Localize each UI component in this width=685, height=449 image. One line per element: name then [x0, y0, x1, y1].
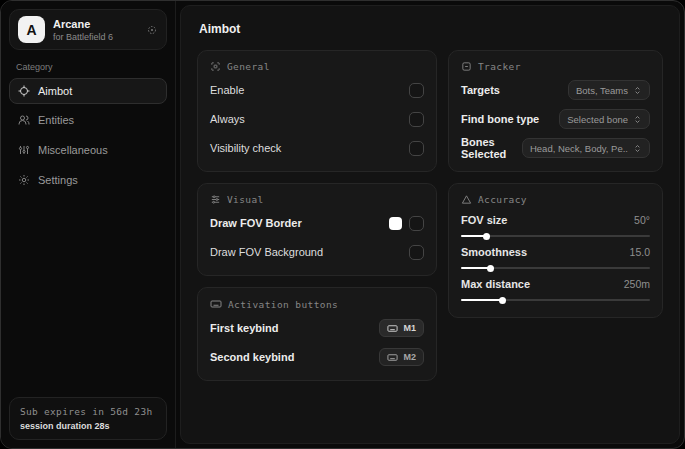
slider-label: Smoothness [461, 246, 527, 258]
setting-row-always: Always [210, 108, 424, 130]
sidebar-item-label: Aimbot [38, 85, 72, 97]
section-title: General [227, 61, 270, 72]
content-columns: General Enable Always Visibility check [197, 50, 663, 392]
max-distance-slider-block: Max distance 250m [461, 278, 650, 301]
app-window: A Arcane for Battlefield 6 Category Aimb… [0, 0, 685, 449]
scan-icon [210, 61, 221, 72]
setting-row-draw-fov-border: Draw FOV Border [210, 212, 424, 234]
sidebar-item-label: Miscellaneous [38, 144, 108, 156]
activation-header: Activation buttons [210, 298, 424, 310]
slider-value: 15.0 [630, 246, 650, 258]
max-distance-slider[interactable] [461, 299, 650, 301]
sidebar-item-aimbot[interactable]: Aimbot [9, 78, 167, 104]
setting-label: Find bone type [461, 113, 539, 125]
tracker-card: Tracker Targets Bots, Teams [448, 50, 663, 172]
setting-row-find-bone-type: Find bone type Selected bone [461, 108, 650, 130]
slider-fill [461, 235, 487, 237]
setting-row-targets: Targets Bots, Teams [461, 79, 650, 101]
dropdown-value: Selected bone [567, 114, 628, 125]
setting-row-enable: Enable [210, 79, 424, 101]
column-left: General Enable Always Visibility check [197, 50, 437, 392]
draw-fov-background-checkbox[interactable] [409, 245, 424, 260]
slider-fill [461, 267, 491, 269]
brand-avatar: A [18, 16, 45, 43]
visibility-check-checkbox[interactable] [409, 141, 424, 156]
setting-label: Targets [461, 84, 500, 96]
users-icon [18, 114, 30, 126]
setting-label: Visibility check [210, 142, 281, 154]
first-keybind-button[interactable]: M1 [379, 319, 424, 337]
draw-fov-border-checkbox[interactable] [409, 216, 424, 231]
sub-expiry-text: Sub expires in 56d 23h [20, 406, 156, 417]
chevron-updown-icon [633, 115, 642, 124]
setting-row-second-keybind: Second keybind M2 [210, 346, 424, 368]
keybind-value: M2 [403, 352, 416, 362]
always-checkbox[interactable] [409, 112, 424, 127]
setting-label: Second keybind [210, 351, 294, 363]
session-duration-text: session duration 28s [20, 421, 156, 431]
smoothness-slider[interactable] [461, 267, 650, 269]
general-card: General Enable Always Visibility check [197, 50, 437, 172]
sidebar-item-miscellaneous[interactable]: Miscellaneous [9, 137, 167, 163]
setting-row-bones-selected: Bones Selected Head, Neck, Body, Pe.. [461, 137, 650, 159]
setting-label: Enable [210, 84, 244, 96]
column-right: Tracker Targets Bots, Teams [448, 50, 663, 329]
tracker-header: Tracker [461, 61, 650, 72]
slider-fill [461, 299, 503, 301]
accuracy-card: Accuracy FOV size 50° Smoothness [448, 183, 663, 318]
setting-label: Bones Selected [461, 136, 522, 160]
adjust-icon [210, 194, 221, 205]
gear-icon [18, 174, 30, 186]
slider-value: 250m [624, 278, 650, 290]
keyboard-icon [387, 352, 398, 363]
section-title: Accuracy [478, 194, 527, 205]
subscription-card: Sub expires in 56d 23h session duration … [9, 397, 167, 440]
sidebar: A Arcane for Battlefield 6 Category Aimb… [1, 1, 176, 448]
keyboard-icon [387, 323, 398, 334]
section-title: Tracker [478, 61, 521, 72]
enable-checkbox[interactable] [409, 83, 424, 98]
targets-dropdown[interactable]: Bots, Teams [568, 80, 650, 100]
brand-subtitle: for Battlefield 6 [53, 32, 138, 42]
sliders-icon [18, 144, 30, 156]
chevron-updown-icon [633, 144, 642, 153]
box-minus-icon [461, 61, 472, 72]
bones-selected-dropdown[interactable]: Head, Neck, Body, Pe.. [522, 138, 650, 158]
visual-header: Visual [210, 194, 424, 205]
fov-size-slider-block: FOV size 50° [461, 214, 650, 237]
brand-text: Arcane for Battlefield 6 [53, 18, 138, 42]
setting-label: Always [210, 113, 245, 125]
sidebar-item-settings[interactable]: Settings [9, 167, 167, 193]
setting-row-draw-fov-background: Draw FOV Background [210, 241, 424, 263]
sidebar-item-entities[interactable]: Entities [9, 107, 167, 133]
main-panel: Aimbot General Enable [180, 5, 680, 444]
slider-value: 50° [634, 214, 650, 226]
visual-card: Visual Draw FOV Border Draw FOV Backgrou… [197, 183, 437, 276]
crosshair-icon [18, 85, 30, 97]
smoothness-slider-block: Smoothness 15.0 [461, 246, 650, 269]
keybind-value: M1 [403, 323, 416, 333]
category-label: Category [16, 62, 167, 72]
dropdown-value: Bots, Teams [576, 85, 628, 96]
brand-title: Arcane [53, 18, 138, 30]
second-keybind-button[interactable]: M2 [379, 348, 424, 366]
setting-row-visibility-check: Visibility check [210, 137, 424, 159]
accuracy-header: Accuracy [461, 194, 650, 205]
fov-size-slider[interactable] [461, 235, 650, 237]
setting-label: Draw FOV Border [210, 217, 302, 229]
section-title: Visual [227, 194, 264, 205]
triangle-icon [461, 194, 472, 205]
brand-card: A Arcane for Battlefield 6 [9, 9, 167, 50]
general-header: General [210, 61, 424, 72]
crosshair-settings-icon[interactable] [146, 24, 158, 36]
slider-label: Max distance [461, 278, 530, 290]
fov-border-color-swatch[interactable] [389, 217, 402, 230]
setting-label: First keybind [210, 322, 278, 334]
find-bone-type-dropdown[interactable]: Selected bone [559, 109, 650, 129]
slider-label: FOV size [461, 214, 507, 226]
activation-card: Activation buttons First keybind M1 [197, 287, 437, 381]
section-title: Activation buttons [228, 299, 338, 310]
sidebar-item-label: Settings [38, 174, 78, 186]
sidebar-item-label: Entities [38, 114, 74, 126]
sidebar-spacer [9, 197, 167, 397]
